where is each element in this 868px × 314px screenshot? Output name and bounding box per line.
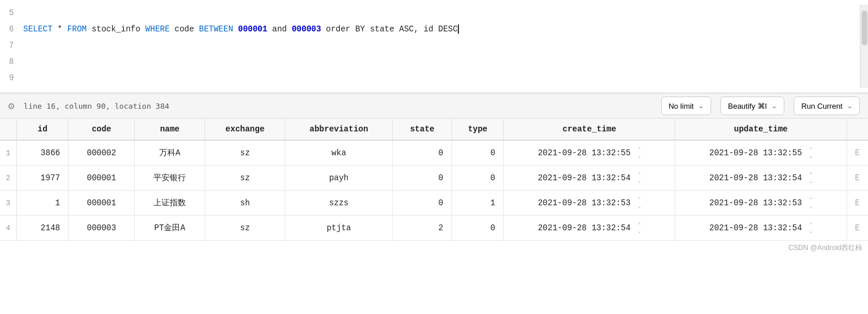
cell-state: 0 [393,140,451,166]
row-num-header [0,119,17,140]
create-sort-icon[interactable]: ⌃⌄ [638,172,641,184]
line-numbers: 5 6 7 8 9 [0,5,21,88]
cell-create-time: 2021-09-28 13:32:55 ⌃⌄ [504,140,675,166]
row-number: 2 [0,166,17,191]
kw-between: BETWEEN [199,24,234,34]
star: * [52,24,67,34]
status-bar: ⚙ line 16, column 90, location 384 No li… [0,93,868,119]
space2 [267,24,272,34]
space4 [321,24,326,34]
gear-icon[interactable]: ⚙ [8,99,15,112]
col-header-state: state [393,119,451,140]
extra-col-header [847,119,868,140]
cell-abbreviation: ptjta [285,216,393,241]
editor-scrollbar[interactable] [860,5,868,88]
space1 [233,24,238,34]
col-header-name: name [134,119,205,140]
kw-and: and [272,24,287,34]
code-line-9 [23,70,860,86]
row-number: 1 [0,140,17,166]
editor-scrollbar-thumb[interactable] [862,10,867,45]
limit-arrow-icon: ⌄ [698,102,704,110]
code-line-6: SELECT * FROM stock_info WHERE code BETW… [23,21,860,37]
table-row: 2 1977 000001 平安银行 sz payh 0 0 2021-09-2… [0,166,868,191]
line-num-8: 8 [0,53,14,70]
cell-code: 000002 [69,140,135,166]
update-sort-icon[interactable]: ⌃⌄ [809,147,812,159]
watermark: CSDN @Android西红柿 [0,241,868,255]
cell-create-time: 2021-09-28 13:32:54 ⌃⌄ [504,216,675,241]
cell-name: 万科A [134,140,205,166]
row-number: 3 [0,191,17,216]
update-sort-icon[interactable]: ⌃⌄ [809,172,812,184]
cell-extra: E [847,140,868,166]
val-000001: 000001 [238,24,267,34]
cell-update-time: 2021-09-28 13:32:54 ⌃⌄ [675,216,847,241]
val-000003: 000003 [292,24,321,34]
cell-id: 1977 [17,166,69,191]
cell-extra: E [847,216,868,241]
cell-code: 000001 [69,191,135,216]
kw-select: SELECT [23,24,52,34]
cell-type: 0 [451,140,503,166]
kw-from: FROM [67,24,87,34]
col-header-exchange: exchange [205,119,285,140]
update-sort-icon[interactable]: ⌃⌄ [809,222,812,234]
main-layout: 5 6 7 8 9 SELECT * FROM stock_info WHERE… [0,0,868,314]
cell-name: 平安银行 [134,166,205,191]
limit-dropdown[interactable]: No limit ⌄ [661,97,711,115]
kw-where: WHERE [145,24,170,34]
col-state: state [370,24,394,34]
code-content[interactable]: SELECT * FROM stock_info WHERE code BETW… [21,5,860,88]
table-row: 3 1 000001 上证指数 sh szzs 0 1 2021-09-28 1… [0,191,868,216]
table-header-row: id code name exchange abbreviation state… [0,119,868,140]
run-dropdown[interactable]: Run Current ⌄ [794,97,860,115]
col-header-code: code [69,119,135,140]
limit-label: No limit [669,102,694,110]
kw-asc: ASC [394,24,414,34]
editor-area: 5 6 7 8 9 SELECT * FROM stock_info WHERE… [0,0,868,93]
line-num-5: 5 [0,5,14,21]
col-header-type: type [451,119,503,140]
cell-type: 0 [451,216,503,241]
code-line-8 [23,53,860,70]
create-sort-icon[interactable]: ⌃⌄ [638,197,641,209]
cell-extra: E [847,166,868,191]
cell-type: 0 [451,166,503,191]
position-text: line 16, column 90, location 384 [24,102,652,110]
line-num-9: 9 [0,70,14,86]
cell-id: 1 [17,191,69,216]
col-header-id: id [17,119,69,140]
cell-name: PT金田A [134,216,205,241]
code-line-7 [23,37,860,53]
cell-state: 0 [393,191,451,216]
create-sort-icon[interactable]: ⌃⌄ [638,147,641,159]
line-num-7: 7 [0,37,14,53]
table-name: stock_info [87,24,145,34]
col-header-create-time: create_time [504,119,675,140]
cell-type: 1 [451,191,503,216]
cell-abbreviation: szzs [285,191,393,216]
line-num-6: 6 [0,21,14,37]
table-row: 4 2148 000003 PT金田A sz ptjta 2 0 2021-09… [0,216,868,241]
col-id: id [424,24,433,34]
cell-update-time: 2021-09-28 13:32:54 ⌃⌄ [675,166,847,191]
run-label: Run Current [801,102,842,110]
kw-by: BY [350,24,370,34]
update-sort-icon[interactable]: ⌃⌄ [809,197,812,209]
row-number: 4 [0,216,17,241]
beautify-dropdown[interactable]: Beautify ⌘I ⌄ [720,97,784,115]
create-sort-icon[interactable]: ⌃⌄ [638,222,641,234]
cell-code: 000001 [69,166,135,191]
table-container[interactable]: id code name exchange abbreviation state… [0,119,868,314]
cell-exchange: sh [205,191,285,216]
cell-abbreviation: payh [285,166,393,191]
cell-create-time: 2021-09-28 13:32:54 ⌃⌄ [504,166,675,191]
cell-id: 2148 [17,216,69,241]
kw-order: order [326,24,350,34]
cell-extra: E [847,191,868,216]
col-header-abbreviation: abbreviation [285,119,393,140]
cell-state: 0 [393,166,451,191]
cell-abbreviation: wka [285,140,393,166]
col-header-update-time: update_time [675,119,847,140]
